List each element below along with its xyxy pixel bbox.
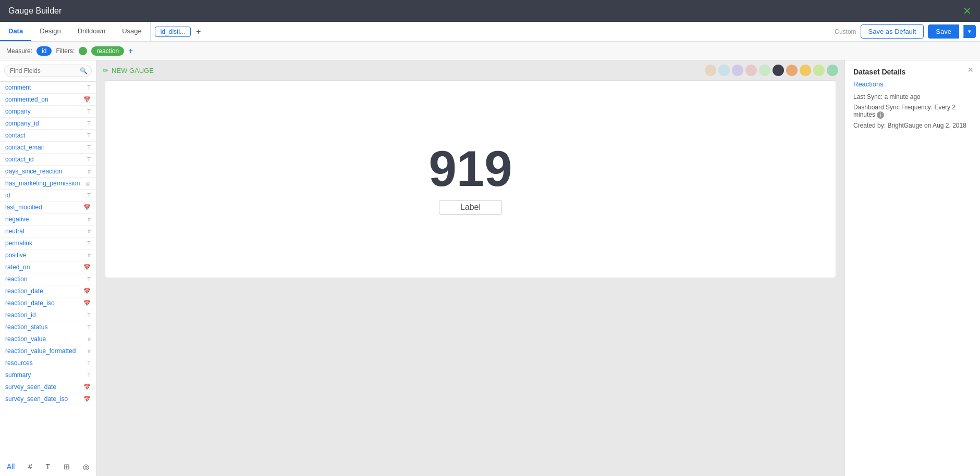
- filter-text-button[interactable]: T: [41, 460, 54, 473]
- field-name: negative: [5, 216, 29, 223]
- add-dataset-button[interactable]: +: [193, 26, 204, 37]
- color-circle-3[interactable]: [745, 65, 757, 76]
- field-name: reaction: [5, 275, 28, 283]
- gauge-number: 919: [428, 144, 512, 194]
- search-input[interactable]: [4, 65, 92, 77]
- field-item[interactable]: survey_seen_date📅: [0, 381, 96, 393]
- field-item[interactable]: summaryT: [0, 369, 96, 381]
- field-item[interactable]: permalinkT: [0, 237, 96, 249]
- filter-hash-button[interactable]: #: [24, 460, 36, 473]
- field-type-icon: 📅: [83, 204, 91, 211]
- field-type-icon: T: [87, 360, 91, 366]
- close-button[interactable]: ✕: [963, 5, 972, 17]
- save-button[interactable]: Save: [928, 24, 959, 39]
- field-item[interactable]: reaction_idT: [0, 309, 96, 321]
- color-circle-1[interactable]: [718, 65, 730, 76]
- color-circle-7[interactable]: [800, 65, 811, 76]
- field-item[interactable]: commented_on📅: [0, 94, 96, 106]
- color-circle-6[interactable]: [786, 65, 798, 76]
- sync-freq-info-icon[interactable]: i: [877, 111, 884, 119]
- color-circle-9[interactable]: [827, 65, 838, 76]
- filter-all-button[interactable]: All: [3, 460, 19, 473]
- filter-badge[interactable]: reaction: [91, 46, 124, 56]
- field-type-icon: #: [88, 348, 91, 354]
- field-item[interactable]: resourcesT: [0, 357, 96, 369]
- field-type-icon: T: [87, 192, 91, 198]
- field-item[interactable]: idT: [0, 190, 96, 202]
- field-item[interactable]: survey_seen_date_iso📅: [0, 393, 96, 405]
- tab-design[interactable]: Design: [31, 22, 69, 41]
- tabbar: Data Design Drilldown Usage id_disti... …: [0, 22, 980, 42]
- field-name: id: [5, 192, 10, 199]
- tab-drilldown[interactable]: Drilldown: [69, 22, 114, 41]
- field-item[interactable]: days_since_reaction#: [0, 166, 96, 178]
- field-name: comment: [5, 84, 31, 91]
- details-panel: ✕ Dataset Details Reactions Last Sync: a…: [844, 60, 980, 476]
- field-type-icon: ◎: [85, 180, 91, 187]
- tab-data[interactable]: Data: [0, 22, 31, 41]
- gauge-title-row: ✏ NEW GAUGE: [103, 67, 154, 74]
- color-circle-8[interactable]: [813, 65, 825, 76]
- field-type-icon: T: [87, 108, 91, 115]
- field-name: reaction_date: [5, 287, 43, 295]
- main-area: 🔍 commentTcommented_on📅companyTcompany_i…: [0, 60, 980, 476]
- dataset-tab-0[interactable]: id_disti...: [155, 27, 191, 37]
- field-name: rated_on: [5, 264, 30, 271]
- app-title: Gauge Builder: [8, 6, 963, 16]
- field-type-icon: T: [87, 240, 91, 246]
- details-panel-title: Dataset Details: [853, 68, 972, 76]
- details-close-button[interactable]: ✕: [967, 66, 974, 74]
- field-item[interactable]: reaction_value#: [0, 333, 96, 345]
- field-item[interactable]: reactionT: [0, 273, 96, 285]
- field-type-icon: T: [87, 276, 91, 282]
- field-item[interactable]: reaction_date_iso📅: [0, 297, 96, 309]
- field-type-icon: #: [88, 216, 91, 222]
- field-item[interactable]: neutral#: [0, 226, 96, 237]
- dataset-name-link[interactable]: Reactions: [853, 80, 972, 88]
- save-dropdown-button[interactable]: ▾: [963, 25, 976, 38]
- field-name: company: [5, 108, 31, 115]
- color-circle-2[interactable]: [732, 65, 743, 76]
- field-item[interactable]: contact_emailT: [0, 142, 96, 154]
- measure-label: Measure:: [6, 47, 32, 55]
- field-item[interactable]: reaction_value_formatted#: [0, 345, 96, 357]
- field-type-icon: T: [87, 84, 91, 91]
- gauge-header: ✏ NEW GAUGE: [96, 60, 844, 80]
- color-circle-0[interactable]: [705, 65, 716, 76]
- field-type-icon: T: [87, 156, 91, 162]
- color-circle-5[interactable]: [773, 65, 784, 76]
- custom-label: Custom: [835, 28, 856, 35]
- sidebar-footer: All # T ⊞ ◎: [0, 457, 96, 476]
- gauge-title[interactable]: NEW GAUGE: [112, 67, 154, 74]
- field-item[interactable]: last_modified📅: [0, 202, 96, 214]
- field-name: survey_seen_date: [5, 383, 56, 391]
- field-item[interactable]: companyT: [0, 106, 96, 118]
- field-item[interactable]: reaction_statusT: [0, 321, 96, 333]
- field-item[interactable]: rated_on📅: [0, 261, 96, 273]
- save-as-default-button[interactable]: Save as Default: [861, 24, 924, 39]
- gauge-label[interactable]: Label: [439, 200, 502, 215]
- right-toolbar: Custom Save as Default Save ▾: [830, 22, 980, 41]
- field-name: reaction_value: [5, 335, 46, 343]
- field-item[interactable]: contact_idT: [0, 154, 96, 166]
- color-circle-4[interactable]: [759, 65, 770, 76]
- field-name: positive: [5, 252, 27, 259]
- measure-badge[interactable]: id: [36, 46, 52, 56]
- tab-nav: Data Design Drilldown Usage: [0, 22, 150, 41]
- last-sync-label: Last Sync:: [853, 93, 883, 101]
- field-item[interactable]: has_marketing_permission◎: [0, 178, 96, 190]
- field-item[interactable]: company_idT: [0, 118, 96, 130]
- field-type-icon: T: [87, 144, 91, 151]
- field-item[interactable]: positive#: [0, 249, 96, 261]
- filter-eye-button[interactable]: ◎: [79, 460, 93, 473]
- filter-table-button[interactable]: ⊞: [59, 460, 74, 473]
- field-item[interactable]: contactT: [0, 130, 96, 142]
- pencil-icon: ✏: [103, 67, 108, 74]
- field-item[interactable]: negative#: [0, 214, 96, 226]
- field-item[interactable]: reaction_date📅: [0, 285, 96, 297]
- tab-usage[interactable]: Usage: [114, 22, 150, 41]
- gauge-widget: 919 Label: [105, 80, 836, 278]
- field-item[interactable]: commentT: [0, 82, 96, 94]
- last-sync-value: a minute ago: [884, 93, 920, 101]
- add-filter-button[interactable]: +: [128, 46, 133, 56]
